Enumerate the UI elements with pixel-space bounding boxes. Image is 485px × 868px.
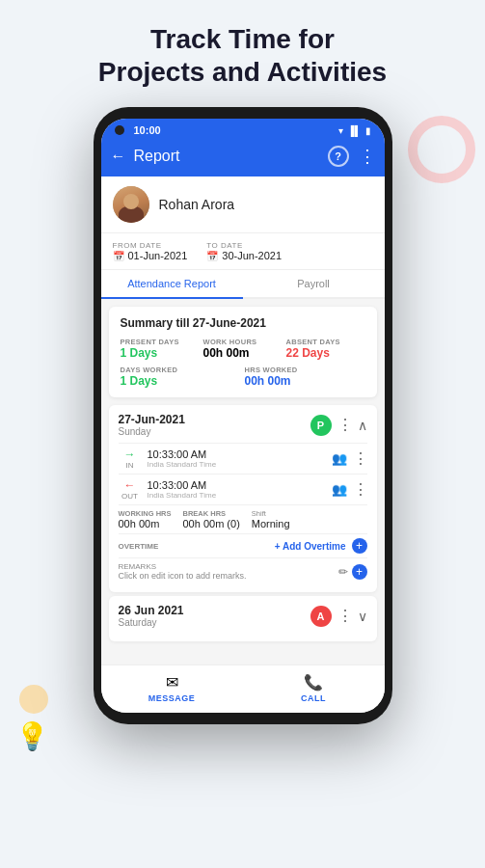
hrs-worked-item: HRS WORKED 00h 00m <box>245 366 365 388</box>
out-text: OUT <box>121 492 138 501</box>
add-overtime-button[interactable]: + Add Overtime <box>275 541 346 552</box>
day-date-1: 27-Jun-2021 <box>119 413 185 426</box>
time-in-menu[interactable]: ⋮ <box>353 449 367 468</box>
day-menu-button-2[interactable]: ⋮ <box>337 607 352 625</box>
header-line2: Projects and Activities <box>98 57 387 87</box>
time-out-tz: India Standard Time <box>148 491 217 500</box>
top-bar: ← Report ? ⋮ <box>101 140 385 176</box>
add-remarks-icon[interactable]: + <box>352 564 367 580</box>
to-date-field: TO DATE 📅 30-Jun-2021 <box>206 241 282 261</box>
tab-attendance-report[interactable]: Attendance Report <box>101 270 243 297</box>
header-line1: Track Time for <box>150 24 335 54</box>
hrs-worked-value: 00h 00m <box>245 374 365 388</box>
collapse-button-1[interactable]: ∧ <box>358 418 367 433</box>
day-header-2: 26 Jun 2021 Saturday A ⋮ ∨ <box>119 604 367 628</box>
day-entry-2: 26 Jun 2021 Saturday A ⋮ ∨ <box>109 596 377 641</box>
summary-grid: PRESENT DAYS 1 Days Work Hours 00h 00m A… <box>121 338 365 360</box>
break-hrs-item: BREAK HRS 00h 00m (0) <box>183 509 240 529</box>
work-hours-value: 00h 00m <box>203 346 283 360</box>
overtime-left: OVERTIME <box>119 542 159 551</box>
absent-days-value: 22 Days <box>286 346 365 360</box>
time-out-menu[interactable]: ⋮ <box>353 480 367 499</box>
day-date-2: 26 Jun 2021 <box>119 604 184 617</box>
remarks-left: Remarks Click on edit icon to add remark… <box>119 562 247 581</box>
working-hrs-label: WORKING HRS <box>119 509 172 518</box>
back-button[interactable]: ← <box>111 148 126 165</box>
avatar-face <box>113 186 149 223</box>
wifi-icon: ▾ <box>338 125 343 136</box>
day-menu-button-1[interactable]: ⋮ <box>337 416 352 434</box>
status-time: 10:00 <box>134 124 161 136</box>
header-title: Track Time for Projects and Activities <box>19 23 466 88</box>
date-range-row: FROM DATE 📅 01-Jun-2021 TO DATE 📅 30-Jun… <box>101 233 385 270</box>
time-in-details: 10:33:00 AM India Standard Time <box>148 448 217 469</box>
in-label: → IN <box>119 448 142 470</box>
status-bar: 10:00 ▾ ▐▌ ▮ <box>101 119 385 140</box>
phone-screen: 10:00 ▾ ▐▌ ▮ ← Report ? ⋮ <box>101 119 385 713</box>
signal-icon: ▐▌ <box>347 125 361 136</box>
add-overtime-plus-icon[interactable]: + <box>352 538 367 554</box>
out-arrow-icon: ← <box>124 478 136 492</box>
time-in-entry: → IN 10:33:00 AM India Standard Time 👥 ⋮ <box>119 443 367 474</box>
day-weekday-1: Sunday <box>119 426 185 437</box>
absent-days-item: ABSENT DAYS 22 Days <box>286 338 365 360</box>
remarks-row: Remarks Click on edit icon to add remark… <box>119 557 367 584</box>
time-in-value: 10:33:00 AM <box>148 448 217 460</box>
from-date-label: FROM DATE <box>113 241 188 250</box>
people-icon-in: 👥 <box>332 451 347 466</box>
call-icon: 📞 <box>304 673 323 692</box>
time-out-details: 10:33:00 AM India Standard Time <box>148 479 217 500</box>
time-out-left: ← OUT 10:33:00 AM India Standard Time <box>119 478 217 501</box>
shift-value: Morning <box>252 518 290 529</box>
break-hrs-value: 00h 00m (0) <box>183 518 240 529</box>
hrs-worked-label: HRS WORKED <box>245 366 365 374</box>
days-worked-value: 1 Days <box>121 374 241 388</box>
status-icons: ▾ ▐▌ ▮ <box>338 125 370 136</box>
nav-call[interactable]: 📞 CALL <box>243 665 385 713</box>
add-overtime-label: + Add Overtime <box>275 541 346 552</box>
work-hours-label: Work Hours <box>203 338 283 346</box>
bulb-icon: 💡 <box>15 720 49 752</box>
absent-days-label: ABSENT DAYS <box>286 338 365 346</box>
battery-icon: ▮ <box>365 125 371 136</box>
to-date-value: 30-Jun-2021 <box>222 250 282 261</box>
message-icon: ✉ <box>166 673 178 692</box>
overtime-row: OVERTIME + Add Overtime + <box>119 533 367 557</box>
remarks-icons: ✏ + <box>338 564 367 580</box>
expand-button-2[interactable]: ∨ <box>358 609 367 624</box>
remarks-text: Click on edit icon to add remarks. <box>119 571 247 581</box>
present-days-item: PRESENT DAYS 1 Days <box>121 338 200 360</box>
present-days-value: 1 Days <box>121 346 200 360</box>
overtime-label: OVERTIME <box>119 542 159 551</box>
decorative-circle-pink <box>408 116 475 183</box>
day-date-info-1: 27-Jun-2021 Sunday <box>119 413 185 437</box>
time-out-entry: ← OUT 10:33:00 AM India Standard Time 👥 … <box>119 474 367 504</box>
help-button[interactable]: ? <box>328 146 349 167</box>
content-area[interactable]: Rohan Arora FROM DATE 📅 01-Jun-2021 TO D… <box>101 176 385 665</box>
tab-payroll[interactable]: Payroll <box>243 270 385 297</box>
time-in-left: → IN 10:33:00 AM India Standard Time <box>119 448 217 470</box>
edit-remarks-icon[interactable]: ✏ <box>338 565 348 579</box>
work-hours-row: WORKING HRS 00h 00m BREAK HRS 00h 00m (0… <box>119 504 367 533</box>
time-in-right: 👥 ⋮ <box>332 449 367 468</box>
day-weekday-2: Saturday <box>119 617 184 628</box>
break-hrs-label: BREAK HRS <box>183 509 240 518</box>
nav-message[interactable]: ✉ MESSAGE <box>101 665 243 713</box>
top-bar-title: Report <box>134 148 328 165</box>
in-arrow-icon: → <box>124 448 136 461</box>
status-badge-present: P <box>310 415 332 436</box>
summary-card: Summary till 27-June-2021 PRESENT DAYS 1… <box>109 307 377 397</box>
from-date-value: 01-Jun-2021 <box>128 250 188 261</box>
header-section: Track Time for Projects and Activities <box>0 0 485 103</box>
more-menu-button[interactable]: ⋮ <box>359 146 375 167</box>
remarks-label: Remarks <box>119 562 247 571</box>
working-hrs-value: 00h 00m <box>119 518 172 529</box>
user-card: Rohan Arora <box>101 176 385 233</box>
top-bar-icons: ? ⋮ <box>328 146 375 167</box>
shift-label: Shift <box>252 509 290 518</box>
camera-dot <box>115 125 124 135</box>
working-hrs-item: WORKING HRS 00h 00m <box>119 509 172 529</box>
status-badge-absent: A <box>310 606 332 627</box>
from-calendar-icon: 📅 <box>113 251 124 261</box>
tabs-bar: Attendance Report Payroll <box>101 270 385 299</box>
